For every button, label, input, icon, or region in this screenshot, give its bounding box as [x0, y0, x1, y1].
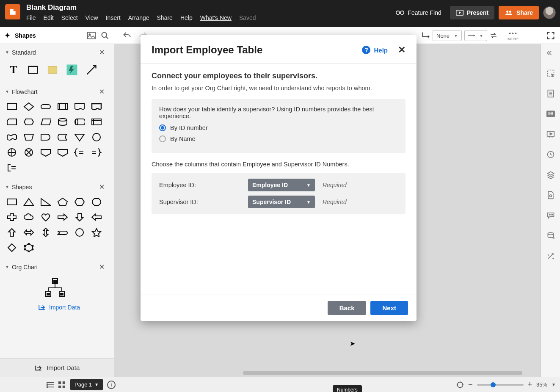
more-button[interactable]: ••• MORE [508, 30, 519, 41]
select-bounds-icon[interactable] [546, 69, 555, 78]
menu-edit[interactable]: Edit [44, 14, 54, 21]
fc-merge[interactable] [74, 132, 86, 142]
sh-diamond[interactable] [6, 243, 18, 253]
arrow-shape[interactable] [85, 63, 98, 77]
menu-share[interactable]: Share [157, 14, 173, 21]
fc-tape[interactable] [6, 132, 18, 142]
fc-or[interactable] [6, 147, 18, 157]
presentation-icon[interactable] [546, 130, 555, 139]
note-shape[interactable] [46, 63, 59, 77]
section-flowchart[interactable]: ▼ Flowchart ✕ [0, 83, 110, 100]
document-title[interactable]: Blank Diagram [26, 3, 256, 12]
fc-predefined[interactable] [57, 102, 69, 112]
action-shape[interactable] [65, 63, 79, 77]
share-button[interactable]: Share [499, 6, 539, 19]
present-button[interactable]: Present [450, 6, 494, 19]
gear-icon[interactable]: ✦ [4, 31, 11, 40]
sh-arrow-u[interactable] [6, 227, 18, 237]
radio-by-id[interactable]: By ID number [159, 124, 398, 131]
fc-terminator[interactable] [40, 102, 52, 112]
sh-poly[interactable] [23, 243, 35, 253]
close-icon[interactable]: ✕ [99, 48, 105, 56]
import-data-button[interactable]: Import Data [0, 358, 114, 377]
sh-circle[interactable] [74, 227, 86, 237]
feature-find-button[interactable]: Feature Find [392, 7, 445, 19]
document-icon[interactable] [546, 190, 555, 200]
zoom-value[interactable]: 35% [536, 381, 547, 388]
close-icon[interactable]: ✕ [99, 183, 105, 191]
data-link-icon[interactable] [546, 231, 555, 240]
sh-pentagon[interactable] [57, 197, 69, 207]
arrow-select[interactable]: ▼ [464, 30, 487, 41]
app-logo[interactable] [5, 4, 20, 19]
user-avatar[interactable] [543, 6, 556, 19]
zoom-thumb[interactable] [491, 382, 496, 387]
fc-stored[interactable] [57, 132, 69, 142]
sh-arrow-d[interactable] [74, 212, 86, 222]
horizontal-scrollbar[interactable] [243, 371, 522, 375]
fc-database[interactable] [57, 117, 69, 127]
grid-view-icon[interactable] [58, 381, 65, 388]
fc-document[interactable] [74, 102, 86, 112]
fc-brace-eq[interactable] [74, 147, 86, 157]
help-link[interactable]: ? Help [362, 46, 388, 54]
close-icon[interactable]: ✕ [99, 88, 105, 96]
sh-cross[interactable] [6, 212, 18, 222]
fc-display[interactable] [91, 102, 102, 112]
search-icon[interactable] [101, 31, 110, 40]
layers-icon[interactable] [546, 170, 555, 179]
sh-arrow-l[interactable] [91, 212, 102, 222]
fc-connector[interactable] [91, 132, 102, 142]
fc-eq-brace[interactable] [91, 147, 102, 157]
close-icon[interactable]: ✕ [398, 44, 406, 55]
sh-callout[interactable] [57, 227, 69, 237]
zoom-in-icon[interactable]: + [528, 380, 532, 389]
fc-hexagon[interactable] [23, 117, 35, 127]
add-page-button[interactable]: + [107, 381, 116, 389]
sh-rect[interactable] [6, 197, 18, 207]
next-button[interactable]: Next [370, 301, 408, 315]
fc-decision[interactable] [23, 102, 35, 112]
menu-arrange[interactable]: Arrange [128, 14, 149, 21]
sh-star[interactable] [91, 227, 102, 237]
sh-arrow-lr[interactable] [23, 227, 35, 237]
quote-icon[interactable]: 99 [546, 109, 555, 119]
sh-arrow-r[interactable] [57, 212, 69, 222]
fill-select[interactable]: None▼ [433, 30, 462, 41]
swap-icon[interactable] [490, 32, 497, 39]
fullscreen-icon[interactable] [546, 31, 555, 40]
sh-triangle[interactable] [23, 197, 35, 207]
radio-by-name[interactable]: By Name [159, 135, 398, 142]
org-chart-shape[interactable] [0, 275, 110, 301]
sh-right-tri[interactable] [40, 197, 52, 207]
fc-internal[interactable] [91, 117, 102, 127]
section-shapes[interactable]: ▼ Shapes ✕ [0, 179, 110, 195]
sh-octagon[interactable] [91, 197, 102, 207]
magic-icon[interactable] [546, 251, 555, 261]
sh-hexagon[interactable] [74, 197, 86, 207]
fc-offpage[interactable] [40, 147, 52, 157]
fc-data[interactable] [40, 117, 52, 127]
back-button[interactable]: Back [328, 301, 367, 315]
section-standard[interactable]: ▼ Standard ✕ [0, 44, 110, 61]
history-icon[interactable] [546, 150, 555, 159]
menu-select[interactable]: Select [61, 14, 78, 21]
comment-icon[interactable] [546, 211, 555, 220]
chevron-down-icon[interactable]: ▼ [552, 382, 556, 387]
employee-id-select[interactable]: Employee ID ▼ [248, 179, 315, 191]
target-icon[interactable] [456, 381, 464, 389]
fc-offpage2[interactable] [57, 147, 69, 157]
menu-view[interactable]: View [86, 14, 98, 21]
fc-manual-op[interactable] [23, 132, 35, 142]
supervisor-id-select[interactable]: Supervisor ID ▼ [248, 196, 315, 208]
page-icon[interactable] [546, 89, 555, 98]
fc-process[interactable] [6, 102, 18, 112]
fc-delay[interactable] [40, 132, 52, 142]
collapse-rail-icon[interactable] [546, 48, 555, 58]
menu-whats-new[interactable]: What's New [200, 14, 232, 21]
menu-insert[interactable]: Insert [106, 14, 121, 21]
zoom-slider[interactable] [477, 384, 524, 386]
block-shape[interactable] [26, 63, 40, 77]
text-shape[interactable]: T [7, 63, 20, 77]
list-view-icon[interactable] [47, 382, 54, 388]
